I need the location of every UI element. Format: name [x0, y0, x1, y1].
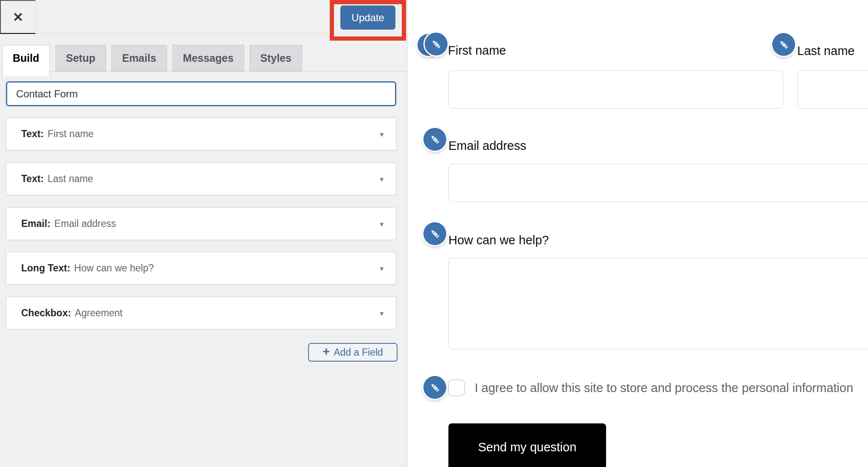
field-type-separator: :	[41, 128, 44, 140]
tab-emails[interactable]: Emails	[111, 45, 167, 71]
tab-bar: Build Setup Emails Messages Styles	[2, 45, 302, 76]
field-card-email[interactable]: Email:Email address ▼	[6, 207, 396, 240]
field-card-checkbox[interactable]: Checkbox:Agreement ▼	[6, 297, 396, 329]
field-card-first-name[interactable]: Text:First name ▼	[6, 118, 396, 150]
plus-icon: +	[323, 345, 330, 359]
agreement-checkbox[interactable]	[448, 379, 465, 396]
dropdown-arrow-icon: ▼	[378, 220, 385, 227]
field-label: Agreement	[75, 307, 123, 319]
tab-styles[interactable]: Styles	[250, 45, 302, 71]
first-name-input[interactable]	[448, 70, 783, 109]
form-name-input[interactable]	[6, 81, 396, 106]
tab-setup[interactable]: Setup	[56, 45, 106, 71]
field-label: First name	[47, 128, 94, 140]
dropdown-arrow-icon: ▼	[378, 265, 385, 272]
form-builder-window: ✕ Update Build Setup Emails Messages Sty…	[0, 0, 868, 467]
field-label: Last name	[47, 173, 93, 185]
form-preview-panel: First name Last name Email address How c…	[408, 0, 868, 467]
message-label: How can we help?	[448, 233, 549, 247]
pencil-icon	[428, 381, 442, 394]
tab-messages[interactable]: Messages	[172, 45, 245, 71]
field-label: How can we help?	[74, 263, 154, 274]
field-type: Text	[21, 128, 41, 140]
field-type-separator: :	[68, 307, 71, 319]
field-type: Text	[21, 173, 41, 185]
field-card-long-text[interactable]: Long Text:How can we help? ▼	[6, 252, 396, 285]
field-type: Checkbox	[21, 307, 68, 319]
message-textarea[interactable]	[448, 258, 868, 349]
field-type-separator: :	[41, 173, 44, 185]
field-type: Long Text	[21, 263, 67, 274]
field-type-separator: :	[47, 218, 50, 229]
field-type-separator: :	[67, 263, 70, 274]
add-field-button[interactable]: + Add a Field	[308, 343, 398, 362]
pencil-icon	[777, 38, 790, 51]
dropdown-arrow-icon: ▼	[378, 309, 385, 317]
email-label: Email address	[448, 138, 526, 153]
field-card-last-name[interactable]: Text:Last name ▼	[6, 163, 396, 195]
dropdown-arrow-icon: ▼	[378, 175, 385, 182]
edit-first-name-button[interactable]	[425, 33, 448, 55]
field-type: Email	[21, 218, 47, 229]
edit-email-button[interactable]	[423, 128, 446, 151]
add-field-label: Add a Field	[334, 347, 383, 358]
email-input[interactable]	[448, 164, 868, 202]
update-button[interactable]: Update	[340, 6, 395, 30]
pencil-icon	[428, 227, 442, 240]
builder-top-bar: ✕ Update	[0, 0, 407, 34]
close-icon: ✕	[13, 10, 23, 25]
pencil-icon	[428, 133, 442, 146]
pencil-icon	[429, 37, 443, 51]
agreement-label: I agree to allow this site to store and …	[475, 381, 853, 395]
tab-build[interactable]: Build	[2, 45, 50, 76]
close-button[interactable]: ✕	[0, 0, 36, 34]
last-name-input[interactable]	[797, 70, 868, 109]
dropdown-arrow-icon: ▼	[378, 130, 385, 138]
edit-last-name-button[interactable]	[772, 33, 795, 56]
field-label: Email address	[54, 218, 116, 229]
last-name-label: Last name	[797, 44, 854, 58]
edit-agreement-button[interactable]	[423, 376, 446, 399]
first-name-label: First name	[448, 43, 506, 58]
submit-button[interactable]: Send my question	[448, 423, 606, 467]
builder-panel: ✕ Update Build Setup Emails Messages Sty…	[0, 0, 407, 467]
edit-message-button[interactable]	[423, 222, 446, 245]
